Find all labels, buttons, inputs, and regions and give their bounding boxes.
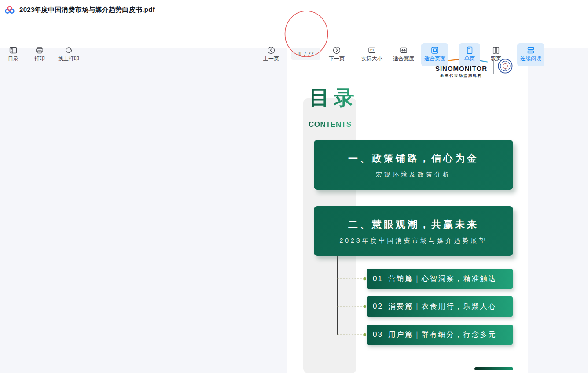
fit-page-button[interactable]: 适合页面 bbox=[421, 43, 448, 66]
pdf-viewer-app: 2023年度中国消费市场与媒介趋势白皮书.pdf 目录 bbox=[0, 0, 588, 373]
double-page-button-label: 双页 bbox=[491, 56, 501, 61]
fit-page-icon bbox=[431, 46, 439, 54]
toolbar: 目录 打印 线上打印 bbox=[0, 20, 588, 48]
brand-tagline: 新生代市场监测机构 bbox=[434, 73, 489, 78]
single-page-button-label: 单页 bbox=[464, 56, 475, 61]
actual-size-button-label: 实际大小 bbox=[361, 56, 382, 61]
toolbar-divider bbox=[454, 47, 454, 63]
continuous-reading-icon bbox=[527, 46, 535, 54]
section-1-title: 一、政策铺路，信心为金 bbox=[314, 152, 513, 165]
pdf-page: SINOMONITOR 新生代市场监测机构 目录 CONTENTS bbox=[287, 48, 528, 373]
prev-page-button[interactable]: 上一页 bbox=[262, 43, 280, 66]
actual-size-icon: 1:1 bbox=[368, 46, 376, 54]
section-box-2: 二、慧眼观潮，共赢未来 2023年度中国消费市场与媒介趋势展望 bbox=[314, 206, 513, 256]
fit-width-button-label: 适合宽度 bbox=[393, 56, 414, 61]
page-total-label: / 77 bbox=[304, 51, 314, 57]
toc-subheading: CONTENTS bbox=[309, 120, 352, 129]
chapter-3-title: 用户篇｜群有细分，行念多元 bbox=[388, 330, 497, 340]
continuous-reading-button-label: 连续阅读 bbox=[520, 56, 541, 61]
brand-name: SINOMONITOR bbox=[434, 65, 489, 72]
fit-width-button[interactable]: 适合宽度 bbox=[392, 43, 415, 66]
current-page-value[interactable]: 8 bbox=[298, 51, 301, 57]
chapter-row-1: 01 营销篇｜心智洞察，精准触达 bbox=[367, 269, 513, 289]
double-page-button[interactable]: 双页 bbox=[485, 43, 507, 66]
title-bar: 2023年度中国消费市场与媒介趋势白皮书.pdf bbox=[0, 0, 588, 20]
toolbar-divider bbox=[353, 47, 353, 63]
online-print-button[interactable]: 线上打印 bbox=[55, 43, 82, 66]
fit-width-icon bbox=[400, 46, 408, 54]
printer-icon bbox=[36, 46, 44, 54]
prev-page-button-label: 上一页 bbox=[263, 56, 279, 61]
section-2-subtitle: 2023年度中国消费市场与媒介趋势展望 bbox=[314, 237, 513, 245]
single-page-icon bbox=[466, 46, 474, 54]
toc-button[interactable]: 目录 bbox=[4, 43, 22, 66]
next-page-button[interactable]: 下一页 bbox=[328, 43, 345, 66]
chapter-2-number: 02 bbox=[373, 302, 383, 311]
print-button-label: 打印 bbox=[34, 56, 45, 61]
print-button[interactable]: 打印 bbox=[31, 43, 48, 66]
chapter-1-number: 01 bbox=[373, 274, 383, 283]
single-page-button[interactable]: 单页 bbox=[459, 43, 480, 66]
page-number-input[interactable]: 8 / 77 bbox=[291, 48, 320, 60]
continuous-reading-button[interactable]: 连续阅读 bbox=[517, 43, 544, 66]
toc-icon bbox=[9, 46, 17, 54]
chapter-row-2: 02 消费篇｜衣食用行，乐聚人心 bbox=[367, 296, 513, 317]
toolbar-divider bbox=[512, 47, 512, 63]
chapter-1-title: 营销篇｜心智洞察，精准触达 bbox=[388, 274, 497, 284]
actual-size-button[interactable]: 1:1 实际大小 bbox=[360, 43, 383, 66]
section-2-title: 二、慧眼观潮，共赢未来 bbox=[314, 218, 513, 231]
document-title: 2023年度中国消费市场与媒介趋势白皮书.pdf bbox=[19, 6, 155, 14]
next-page-button-label: 下一页 bbox=[329, 56, 345, 61]
netdisk-logo-icon bbox=[4, 5, 15, 15]
double-page-icon bbox=[492, 46, 500, 54]
online-print-button-label: 线上打印 bbox=[58, 56, 79, 61]
chapter-2-title: 消费篇｜衣食用行，乐聚人心 bbox=[388, 302, 497, 311]
document-canvas[interactable]: SINOMONITOR 新生代市场监测机构 目录 CONTENTS bbox=[0, 48, 588, 373]
footer-accent-bar bbox=[474, 367, 513, 370]
chevron-right-circle-icon bbox=[333, 46, 341, 54]
fit-page-button-label: 适合页面 bbox=[424, 56, 445, 61]
chapter-3-number: 03 bbox=[373, 330, 383, 339]
toc-button-label: 目录 bbox=[8, 56, 18, 61]
chapter-row-3: 03 用户篇｜群有细分，行念多元 bbox=[367, 325, 513, 345]
section-1-subtitle: 宏观环境及政策分析 bbox=[314, 171, 513, 179]
section-box-1: 一、政策铺路，信心为金 宏观环境及政策分析 bbox=[314, 140, 513, 190]
actual-size-icon-text: 1:1 bbox=[370, 48, 374, 52]
toc-heading: 目录 bbox=[309, 85, 358, 110]
chevron-left-circle-icon bbox=[267, 46, 275, 54]
cloud-print-icon bbox=[65, 46, 73, 54]
